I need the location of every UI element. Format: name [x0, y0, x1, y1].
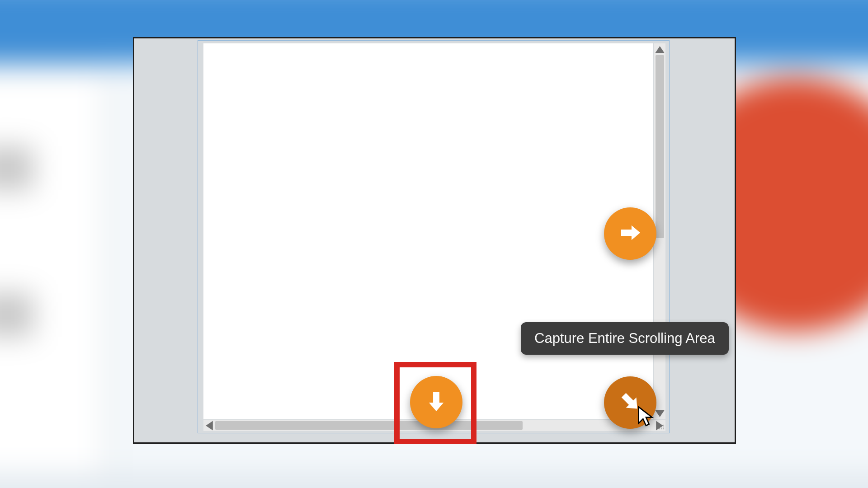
scroll-up-arrow-icon[interactable]	[654, 43, 665, 55]
selection-outline	[198, 40, 670, 433]
document-content-area	[203, 43, 653, 419]
svg-point-4	[663, 425, 664, 426]
svg-point-5	[661, 427, 662, 427]
scroll-down-arrow-icon[interactable]	[654, 408, 665, 419]
scroll-left-arrow-icon[interactable]	[203, 420, 215, 431]
svg-marker-2	[206, 421, 213, 430]
arrow-right-icon	[617, 220, 643, 248]
vertical-scroll-thumb[interactable]	[656, 55, 664, 238]
tooltip-text: Capture Entire Scrolling Area	[534, 330, 715, 346]
capture-region-window: Capture Entire Scrolling Area	[133, 37, 736, 444]
svg-marker-0	[656, 46, 665, 53]
svg-point-7	[659, 428, 660, 429]
tooltip: Capture Entire Scrolling Area	[521, 322, 729, 355]
scroll-down-button[interactable]	[410, 376, 462, 428]
horizontal-scroll-thumb[interactable]	[215, 421, 523, 430]
arrow-down-right-icon	[617, 389, 643, 417]
scroll-right-button[interactable]	[604, 207, 656, 260]
svg-point-6	[663, 427, 664, 427]
capture-entire-scrolling-area-button[interactable]	[604, 376, 656, 429]
svg-point-9	[663, 428, 664, 429]
resize-grip-icon[interactable]	[658, 424, 665, 430]
svg-point-8	[661, 428, 662, 429]
svg-marker-1	[656, 410, 665, 417]
arrow-down-icon	[423, 388, 449, 416]
